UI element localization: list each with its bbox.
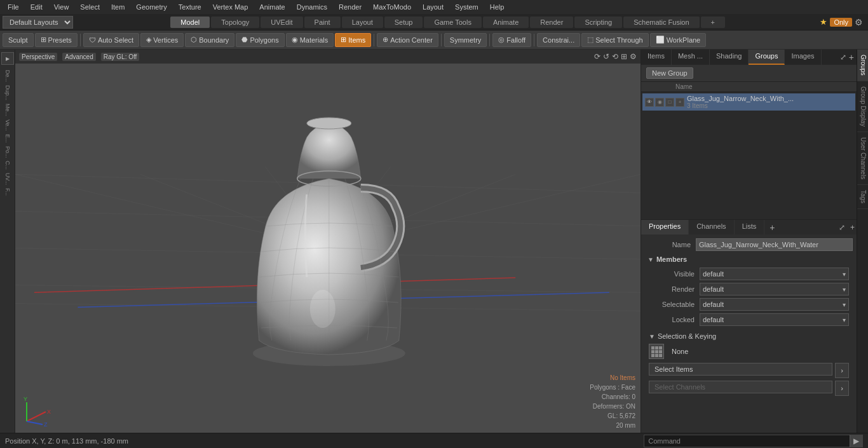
menu-item-file[interactable]: File bbox=[3, 2, 24, 12]
polygons-button[interactable]: ⬣ Polygons bbox=[236, 33, 284, 47]
menu-item-layout[interactable]: Layout bbox=[417, 2, 449, 12]
workplane-button[interactable]: ⬜ WorkPlane bbox=[650, 33, 707, 47]
command-input[interactable] bbox=[684, 437, 850, 445]
viewport-advanced-btn[interactable]: Advanced bbox=[62, 53, 95, 61]
sidebar-item-vertex[interactable]: Ve... bbox=[4, 118, 11, 132]
sidebar-item-c[interactable]: C... bbox=[4, 160, 11, 171]
tab-layout[interactable]: Layout bbox=[342, 17, 383, 28]
sculpt-button[interactable]: Sculpt bbox=[3, 33, 34, 47]
viewport-settings-icon[interactable]: ⚙ bbox=[630, 52, 637, 61]
tab-add[interactable]: + bbox=[701, 17, 725, 28]
new-group-button[interactable]: New Group bbox=[646, 67, 693, 79]
viewport-pan-icon[interactable]: ↺ bbox=[603, 52, 609, 61]
menu-item-maxtomodo[interactable]: MaxToModo bbox=[368, 2, 416, 12]
sidebar-item-poly[interactable]: Po... bbox=[4, 145, 11, 160]
vtab-groups[interactable]: Groups bbox=[857, 50, 868, 81]
command-go-button[interactable]: ▶ bbox=[850, 435, 862, 447]
falloff-button[interactable]: ◎ Falloff bbox=[492, 33, 531, 47]
render-select[interactable]: default ▾ bbox=[700, 283, 849, 295]
menu-item-vertexmap[interactable]: Vertex Map bbox=[208, 2, 254, 12]
locked-select[interactable]: default ▾ bbox=[700, 313, 849, 326]
menu-item-item[interactable]: Item bbox=[106, 2, 130, 12]
menu-item-render[interactable]: Render bbox=[334, 2, 367, 12]
name-input[interactable] bbox=[696, 238, 853, 251]
items-button[interactable]: ⊞ Items bbox=[335, 33, 371, 47]
autoselect-button[interactable]: 🛡 Auto Select bbox=[83, 33, 139, 47]
prop-tab-properties[interactable]: Properties bbox=[641, 220, 689, 234]
select-items-arrow-button[interactable]: › bbox=[835, 363, 849, 378]
select-channels-button[interactable]: Select Channels bbox=[649, 381, 832, 393]
menu-item-edit[interactable]: Edit bbox=[25, 2, 48, 12]
visibility-icon[interactable]: 👁 bbox=[645, 98, 654, 107]
vtab-group-display[interactable]: Group Display bbox=[857, 81, 868, 132]
constrain-button[interactable]: Constrai... bbox=[537, 33, 580, 47]
tab-model[interactable]: Model bbox=[170, 17, 210, 28]
tab-setup[interactable]: Setup bbox=[384, 17, 423, 28]
rp-tab-mesh[interactable]: Mesh ... bbox=[672, 50, 710, 65]
expand-group-icon[interactable]: + bbox=[675, 98, 684, 107]
vtab-tags[interactable]: Tags bbox=[857, 185, 868, 209]
sidebar-item-mesh[interactable]: Me... bbox=[4, 102, 11, 118]
prop-tab-add[interactable]: + bbox=[764, 220, 780, 234]
select-through-button[interactable]: ⬚ Select Through bbox=[581, 33, 648, 47]
members-section-header[interactable]: ▼ Members bbox=[645, 254, 853, 265]
prop-tab-channels[interactable]: Channels bbox=[689, 220, 734, 234]
menu-item-texture[interactable]: Texture bbox=[173, 2, 207, 12]
viewport-zoom-icon[interactable]: ⟲ bbox=[612, 52, 618, 61]
layout-select[interactable]: Default Layouts bbox=[3, 16, 73, 29]
tab-render[interactable]: Render bbox=[530, 17, 573, 28]
sidebar-item-edge[interactable]: E... bbox=[4, 133, 11, 144]
group-item[interactable]: 👁 ◉ □ + Glass_Jug_Narrow_Neck_With_... 3… bbox=[642, 93, 855, 111]
sidebar-item-dup[interactable]: Dup... bbox=[4, 84, 11, 102]
tab-gametools[interactable]: Game Tools bbox=[424, 17, 482, 28]
selectable-select[interactable]: default ▾ bbox=[700, 298, 849, 311]
sel-keying-header[interactable]: ▼ Selection & Keying bbox=[649, 332, 849, 340]
tab-animate[interactable]: Animate bbox=[483, 17, 529, 28]
rp-tab-shading[interactable]: Shading bbox=[710, 50, 749, 65]
select-items-button[interactable]: Select Items bbox=[649, 363, 832, 376]
select-channels-arrow-button[interactable]: › bbox=[835, 381, 849, 396]
sidebar-toggle[interactable]: ▶ bbox=[1, 52, 14, 65]
tab-schematic[interactable]: Schematic Fusion bbox=[623, 17, 699, 28]
menu-item-view[interactable]: View bbox=[49, 2, 74, 12]
prop-expand-btn2[interactable]: + bbox=[848, 223, 857, 232]
materials-button[interactable]: ◉ Materials bbox=[286, 33, 334, 47]
action-center-button[interactable]: ⊕ Action Center bbox=[377, 33, 438, 47]
gear-icon[interactable]: ⚙ bbox=[855, 17, 863, 27]
prop-tab-lists[interactable]: Lists bbox=[735, 220, 765, 234]
size-text: 20 mm bbox=[590, 421, 635, 430]
viewport-frame-icon[interactable]: ⊞ bbox=[621, 52, 627, 61]
expand-icon[interactable]: ⤢ bbox=[840, 53, 846, 62]
boundary-button[interactable]: ⬡ Boundary bbox=[185, 33, 234, 47]
tab-paint[interactable]: Paint bbox=[304, 17, 341, 28]
prop-expand-btn1[interactable]: ⤢ bbox=[837, 223, 847, 232]
groups-list[interactable]: 👁 ◉ □ + Glass_Jug_Narrow_Neck_With_... 3… bbox=[641, 92, 857, 219]
render-icon[interactable]: ◉ bbox=[655, 98, 664, 107]
menu-item-animate[interactable]: Animate bbox=[254, 2, 290, 12]
symmetry-button[interactable]: Symmetry bbox=[444, 33, 487, 47]
add-tab-icon[interactable]: + bbox=[849, 52, 854, 62]
tab-uvedit[interactable]: UVEdit bbox=[261, 17, 302, 28]
sidebar-item-uv[interactable]: UV... bbox=[4, 172, 11, 186]
menu-item-system[interactable]: System bbox=[450, 2, 484, 12]
sidebar-item-deform[interactable]: De... bbox=[4, 69, 11, 83]
visible-select[interactable]: default ▾ bbox=[700, 268, 849, 280]
rp-tab-groups[interactable]: Groups bbox=[749, 50, 785, 65]
tab-topology[interactable]: Topology bbox=[211, 17, 259, 28]
menu-item-help[interactable]: Help bbox=[485, 2, 510, 12]
tab-scripting[interactable]: Scripting bbox=[574, 17, 622, 28]
lock-icon[interactable]: □ bbox=[665, 98, 674, 107]
rp-tab-images[interactable]: Images bbox=[785, 50, 821, 65]
menu-item-geometry[interactable]: Geometry bbox=[131, 2, 172, 12]
menu-item-select[interactable]: Select bbox=[75, 2, 105, 12]
vtab-user-channels[interactable]: User Channels bbox=[857, 132, 868, 185]
sidebar-item-f[interactable]: F... bbox=[4, 187, 11, 197]
viewport[interactable]: Perspective Advanced Ray GL: Off ⟳ ↺ ⟲ ⊞… bbox=[15, 50, 641, 433]
presets-button[interactable]: ⊞ Presets bbox=[35, 33, 78, 47]
rp-tab-items[interactable]: Items bbox=[641, 50, 672, 65]
menu-item-dynamics[interactable]: Dynamics bbox=[292, 2, 332, 12]
viewport-orbit-icon[interactable]: ⟳ bbox=[594, 52, 600, 61]
vertices-button[interactable]: ◈ Vertices bbox=[140, 33, 184, 47]
viewport-raygl-btn[interactable]: Ray GL: Off bbox=[101, 53, 140, 61]
viewport-perspective-btn[interactable]: Perspective bbox=[19, 53, 57, 61]
